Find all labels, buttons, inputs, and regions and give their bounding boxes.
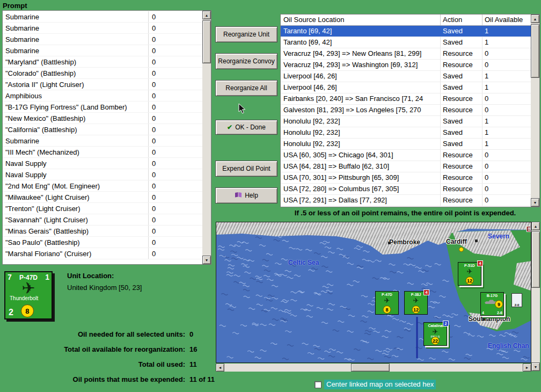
unit-name: "Maryland" (Battleship)	[3, 56, 149, 67]
unit-row[interactable]: Submarine0	[3, 11, 202, 23]
map-horizontal-scrollbar[interactable]: ◄ ►	[216, 364, 531, 372]
unit-row[interactable]: "III Mech" (Mechanized)0	[3, 147, 202, 158]
unit-row[interactable]: "Maryland" (Battleship)0	[3, 56, 202, 68]
scroll-up-button[interactable]: ▲	[202, 11, 211, 19]
unit-row[interactable]: "Sao Paulo" (Battleship)0	[3, 237, 202, 248]
expend-oil-point-button[interactable]: Expend Oil Point	[215, 161, 277, 177]
unit-oil-value: 0	[149, 226, 156, 236]
unit-row[interactable]: "Milwaukee" (Light Cruiser)0	[3, 192, 202, 203]
unit-row[interactable]: Submarine0	[3, 135, 202, 147]
counter-oil-badge: 9	[495, 300, 503, 308]
map-counter[interactable]: Catalina✈PBY-5222	[423, 322, 447, 346]
oil-location-cell: Fairbanks [20, 240] => San Francisco [71…	[281, 93, 441, 104]
map-vertical-scrollbar[interactable]: ▲ ▼	[531, 222, 540, 371]
oil-source-row[interactable]: USA [70, 301] => Pittsburgh [65, 309]Res…	[281, 172, 531, 184]
oil-location-cell: Galveston [81, 293] => Los Angeles [75, …	[281, 105, 441, 115]
unit-row[interactable]: "Minas Gerais" (Battleship)0	[3, 226, 202, 237]
unit-row[interactable]: "California" (Battleship)0	[3, 124, 202, 135]
reorganize-all-button[interactable]: Reorganize All	[215, 80, 277, 96]
center-map-checkbox[interactable]	[315, 381, 321, 388]
oil-source-row[interactable]: USA [64, 281] => Buffalo [62, 310]Resour…	[281, 161, 531, 172]
oil-source-row[interactable]: USA [60, 305] => Chicago [64, 301]Resour…	[281, 150, 531, 161]
oil-location-cell: Honolulu [92, 232]	[281, 116, 441, 127]
selected-hex-dot	[459, 247, 464, 252]
unit-row[interactable]: "Trenton" (Light Cruiser)0	[3, 203, 202, 214]
center-map-option: Center linked map on selected hex	[315, 380, 436, 389]
oil-source-row[interactable]: Honolulu [92, 232]Saved1	[281, 116, 531, 127]
oil-source-row[interactable]: Liverpool [46, 26]Saved1	[281, 71, 531, 82]
center-map-label[interactable]: Center linked map on selected hex	[324, 380, 436, 389]
unit-row[interactable]: "Colorado" (Battleship)0	[3, 68, 202, 79]
reorganize-convoy-button[interactable]: Reorganize Convoy	[215, 53, 277, 69]
column-header-action[interactable]: Action	[441, 14, 482, 25]
scroll-up-button[interactable]: ▲	[531, 222, 540, 230]
map-counter[interactable]: 2-0	[511, 293, 522, 307]
unit-name: Submarine	[3, 45, 149, 56]
oil-source-row[interactable]: Taranto [69, 42]Saved1	[281, 26, 531, 37]
scroll-down-button[interactable]: ▼	[202, 256, 211, 264]
column-header-available[interactable]: Oil Available	[482, 14, 531, 25]
scroll-thumb[interactable]	[531, 231, 540, 288]
oil-available-cell: 0	[482, 105, 531, 115]
counter-range: 1	[45, 273, 49, 281]
unit-row[interactable]: Submarine0	[3, 45, 202, 56]
summary-label: Oil needed for all selected units:	[0, 330, 185, 338]
selected-unit-counter[interactable]: 7 P-47D 1 ✈ Thunderbolt 2 8	[4, 271, 53, 320]
map-counter[interactable]: B-17G42-69	[480, 292, 504, 316]
unit-row[interactable]: Naval Supply0	[3, 158, 202, 169]
unit-row[interactable]: Submarine0	[3, 23, 202, 34]
oil-source-row[interactable]: USA [72, 291] => Dallas [77, 292]Resourc…	[281, 195, 531, 206]
unit-name: "Milwaukee" (Light Cruiser)	[3, 192, 149, 202]
scroll-thumb[interactable]	[531, 24, 539, 78]
oil-source-row[interactable]: Galveston [81, 293] => Los Angeles [75, …	[281, 105, 531, 116]
oil-table-scrollbar[interactable]: ▲ ▼	[531, 14, 539, 207]
counter-stack-badge: 2	[443, 321, 449, 326]
map-counter[interactable]: P-51D✈124	[458, 262, 481, 286]
column-header-location[interactable]: Oil Source Location	[281, 14, 441, 25]
scroll-up-button[interactable]: ▲	[531, 14, 539, 23]
unit-row[interactable]: "Savannah" (Light Cruiser)0	[3, 214, 202, 226]
scroll-right-button[interactable]: ►	[523, 364, 531, 372]
unit-row[interactable]: Amphibious0	[3, 90, 202, 101]
unit-name: Submarine	[3, 34, 149, 45]
oil-source-row[interactable]: Veracruz [94, 293] => New Orleans [81, 2…	[281, 48, 531, 60]
ok-done-button[interactable]: ✔ OK - Done	[215, 120, 277, 135]
oil-source-row[interactable]: Veracruz [94, 293] => Washington [69, 31…	[281, 60, 531, 71]
unit-row[interactable]: "New Mexico" (Battleship)0	[3, 113, 202, 124]
map-panel[interactable]: PembrokeCardiffSouthamptonEnCeltic SeaSe…	[216, 222, 531, 363]
oil-note: If .5 or less of an oil point remains, t…	[279, 209, 531, 217]
oil-source-row[interactable]: Honolulu [92, 232]Saved1	[281, 127, 531, 139]
scroll-thumb[interactable]	[202, 20, 211, 63]
map-counter[interactable]: P-47D✈8	[375, 291, 399, 315]
oil-action-cell: Resource	[441, 60, 482, 70]
unit-row[interactable]: "B-17G Flying Fortress" (Land Bomber)0	[3, 101, 202, 113]
unit-oil-list[interactable]: Submarine0Submarine0Submarine0Submarine0…	[2, 10, 211, 265]
summary-row: Oil needed for all selected units: 0	[0, 330, 231, 338]
map-counter[interactable]: P-38J✈124	[404, 291, 428, 315]
help-button[interactable]: Help	[215, 187, 277, 204]
aircraft-silhouette-icon: ✈	[458, 268, 481, 275]
unit-row[interactable]: Naval Supply0	[3, 169, 202, 180]
oil-source-row[interactable]: Taranto [69, 42]Saved1	[281, 37, 531, 48]
scroll-down-button[interactable]: ▼	[531, 198, 539, 207]
oil-action-cell: Resource	[441, 93, 482, 104]
oil-source-row[interactable]: USA [72, 280] => Columbus [67, 305]Resou…	[281, 184, 531, 195]
unit-row[interactable]: "2nd Mot Eng" (Mot. Engineer)0	[3, 180, 202, 192]
counter-oil-badge: 8	[21, 304, 34, 317]
scroll-thumb[interactable]	[351, 364, 390, 372]
unit-oil-value: 0	[149, 11, 156, 22]
oil-source-row[interactable]: Honolulu [92, 232]Saved1	[281, 139, 531, 150]
button-label: OK - Done	[235, 124, 266, 131]
unit-list-rows: Submarine0Submarine0Submarine0Submarine0…	[3, 11, 202, 264]
oil-source-table[interactable]: Oil Source Location Action Oil Available…	[280, 14, 540, 207]
summary-label: Total oil used:	[0, 360, 185, 368]
unit-row[interactable]: "Astoria II" (Light Cruiser)0	[3, 79, 202, 90]
oil-source-row[interactable]: Liverpool [46, 26]Saved1	[281, 82, 531, 93]
scroll-down-button[interactable]: ▼	[531, 362, 540, 371]
unit-list-scrollbar[interactable]: ▲ ▼	[202, 11, 211, 264]
unit-oil-value: 0	[149, 147, 156, 157]
unit-row[interactable]: "Marshal Floriano" (Cruiser)0	[3, 248, 202, 259]
oil-source-row[interactable]: Fairbanks [20, 240] => San Francisco [71…	[281, 93, 531, 105]
reorganize-unit-button[interactable]: Reorganize Unit	[215, 26, 277, 42]
unit-row[interactable]: Submarine0	[3, 34, 202, 45]
